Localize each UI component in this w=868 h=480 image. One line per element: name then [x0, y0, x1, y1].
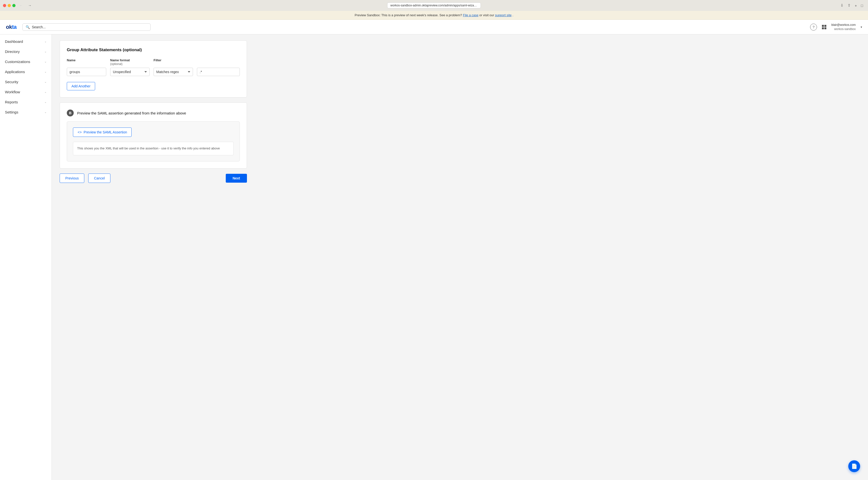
search-bar[interactable]: 🔍: [23, 23, 151, 31]
sidebar-item-workflow[interactable]: Workflow ⌄: [0, 87, 52, 97]
card-title: Group Attribute Statements (optional): [67, 47, 240, 53]
forward-button[interactable]: →: [26, 2, 33, 9]
share-icon[interactable]: ⇧: [847, 3, 851, 8]
search-input[interactable]: [32, 25, 147, 29]
col-header-filter: Filter: [154, 58, 240, 66]
address-bar-container: workos-sandbox-admin.oktapreview.com/adm…: [387, 2, 481, 8]
sidebar-chevron-dashboard: ⌄: [44, 40, 46, 43]
next-button[interactable]: Next: [226, 174, 247, 183]
sidebar: Dashboard ⌄ Directory ⌄ Customizations ⌄…: [0, 34, 52, 480]
user-org: workos-sandbox: [831, 27, 856, 31]
download-icon[interactable]: ⇩: [840, 3, 844, 8]
header-right: ? blair@workos.com workos-sandbox ▾: [810, 23, 862, 31]
sidebar-label-customizations: Customizations: [5, 60, 30, 64]
sidebar-chevron-directory: ⌄: [44, 50, 46, 53]
sidebar-item-reports[interactable]: Reports ⌄: [0, 97, 52, 107]
titlebar: ← → workos-sandbox-admin.oktapreview.com…: [0, 0, 868, 11]
previous-button[interactable]: Previous: [60, 174, 84, 183]
maximize-button[interactable]: [12, 4, 16, 7]
preview-saml-card: B Preview the SAML assertion generated f…: [60, 102, 247, 169]
sidebar-chevron-applications: ⌄: [44, 70, 46, 73]
new-tab-icon[interactable]: +: [855, 3, 857, 8]
group-attribute-statements-card: Group Attribute Statements (optional) Na…: [60, 40, 247, 98]
name-input[interactable]: [67, 68, 106, 76]
preview-code-icon: <>: [78, 130, 82, 134]
floating-action-button[interactable]: 📄: [848, 460, 860, 472]
sidebar-label-settings: Settings: [5, 110, 18, 114]
grid-icon[interactable]: [822, 25, 826, 29]
sidebar-label-security: Security: [5, 80, 18, 84]
fab-icon: 📄: [851, 463, 858, 469]
banner-or-text: or visit our: [479, 13, 495, 17]
sidebar-label-workflow: Workflow: [5, 90, 20, 94]
search-icon: 🔍: [26, 25, 30, 29]
sidebar-item-directory[interactable]: Directory ⌄: [0, 46, 52, 57]
help-icon[interactable]: ?: [810, 24, 817, 31]
tabs-icon[interactable]: □: [861, 3, 863, 8]
section-badge: B: [67, 109, 74, 116]
sidebar-chevron-workflow: ⌄: [44, 90, 46, 94]
section-b-title: Preview the SAML assertion generated fro…: [77, 111, 186, 115]
name-format-field-container: Unspecified URI Reference Basic: [110, 68, 150, 76]
sidebar-label-directory: Directory: [5, 49, 20, 54]
user-info[interactable]: blair@workos.com workos-sandbox: [831, 23, 856, 31]
col-header-name-format: Name format (optional): [110, 58, 150, 66]
sidebar-item-security[interactable]: Security ⌄: [0, 77, 52, 87]
section-b-header: B Preview the SAML assertion generated f…: [67, 109, 240, 116]
back-button[interactable]: ←: [18, 2, 24, 9]
close-button[interactable]: [3, 4, 6, 7]
saml-preview-box: <> Preview the SAML Assertion This shows…: [67, 122, 240, 162]
browser-chrome-right: ⇩ ⇧ + □: [840, 3, 865, 8]
col-header-name: Name: [67, 58, 106, 66]
filter-value-input[interactable]: [197, 68, 240, 76]
preview-banner: Preview Sandbox: This is a preview of ne…: [0, 11, 868, 20]
sidebar-chevron-settings: ⌄: [44, 110, 46, 114]
main-layout: Dashboard ⌄ Directory ⌄ Customizations ⌄…: [0, 34, 868, 480]
support-site-link[interactable]: support site: [495, 13, 512, 17]
preview-btn-label: Preview the SAML Assertion: [84, 130, 127, 134]
footer-actions: Previous Cancel Next: [60, 174, 247, 183]
table-headers: Name Name format (optional) Filter: [67, 58, 240, 66]
name-format-select[interactable]: Unspecified URI Reference Basic: [110, 68, 150, 76]
file-case-link[interactable]: File a case: [463, 13, 478, 17]
sidebar-chevron-security: ⌄: [44, 80, 46, 83]
sidebar-label-applications: Applications: [5, 70, 25, 74]
sidebar-item-settings[interactable]: Settings ⌄: [0, 107, 52, 117]
banner-text: Preview Sandbox: This is a preview of ne…: [354, 13, 462, 17]
main-content: Group Attribute Statements (optional) Na…: [52, 34, 868, 480]
col-header-name-format-optional: (optional): [110, 62, 123, 66]
sidebar-item-dashboard[interactable]: Dashboard ⌄: [0, 36, 52, 46]
browser-navigation: ← →: [18, 2, 33, 9]
name-field-container: [67, 68, 106, 76]
add-another-button[interactable]: Add Another: [67, 82, 95, 90]
user-menu-chevron[interactable]: ▾: [861, 25, 862, 29]
table-row: Unspecified URI Reference Basic Matches …: [67, 68, 240, 76]
banner-end-text: .: [513, 13, 514, 17]
cancel-button[interactable]: Cancel: [88, 174, 111, 183]
minimize-button[interactable]: [8, 4, 11, 7]
traffic-lights: [3, 4, 16, 7]
sidebar-item-customizations[interactable]: Customizations ⌄: [0, 57, 52, 67]
address-bar[interactable]: workos-sandbox-admin.oktapreview.com/adm…: [387, 2, 481, 8]
preview-saml-button[interactable]: <> Preview the SAML Assertion: [73, 128, 132, 137]
preview-description: This shows you the XML that will be used…: [73, 142, 234, 155]
sidebar-chevron-customizations: ⌄: [44, 60, 46, 63]
sidebar-item-applications[interactable]: Applications ⌄: [0, 67, 52, 77]
sidebar-label-dashboard: Dashboard: [5, 39, 23, 43]
app-header: okta 🔍 ? blair@workos.com workos-sandbox…: [0, 20, 868, 34]
sidebar-label-reports: Reports: [5, 100, 18, 104]
user-email: blair@workos.com: [831, 23, 856, 27]
sidebar-chevron-reports: ⌄: [44, 100, 46, 104]
filter-container: Matches regex Starts with Equals Contain…: [154, 68, 240, 76]
filter-type-select[interactable]: Matches regex Starts with Equals Contain…: [154, 68, 193, 76]
okta-logo: okta: [6, 24, 17, 30]
